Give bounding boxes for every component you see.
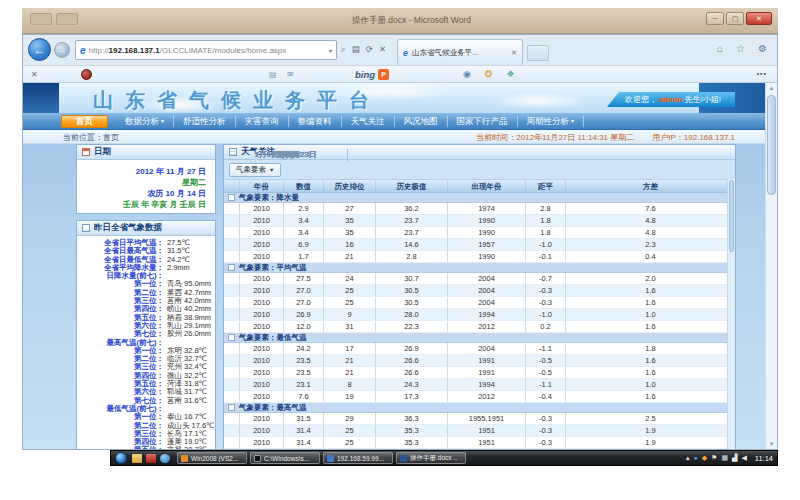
table-cell: 27	[324, 203, 376, 214]
maximize-icon[interactable]: ▢	[726, 12, 744, 25]
table-scrollbar-thumb[interactable]	[729, 180, 734, 252]
group-header-row-3[interactable]: 气象要素：最高气温	[224, 403, 735, 413]
main-nav: 首页数据分析▾舒适性分析灾害查询整编资料天气关注风况地图国家下行产品周期性分析▾	[23, 113, 765, 130]
table-cell: 3.4	[284, 227, 324, 238]
compatibility-view-icon[interactable]: ▤	[352, 44, 360, 55]
taskbar-button-0[interactable]: Win2008 (VS2...	[177, 452, 247, 464]
minimize-icon[interactable]: ─	[706, 12, 724, 25]
taskbar-button-2[interactable]: 192.168.59.99...	[323, 452, 393, 464]
show-hidden-icons-icon[interactable]: ▴	[686, 454, 690, 462]
element-filter-button[interactable]: 气象要素 ▼	[229, 163, 281, 177]
network-icon[interactable]: ▟	[732, 454, 737, 462]
table-cell: 14.6	[376, 239, 448, 250]
flame-icon[interactable]: ◆	[702, 454, 707, 462]
mail-icon[interactable]: ✉	[287, 70, 411, 79]
table-cell: 2010	[240, 285, 284, 296]
table-cell: 21	[324, 355, 376, 366]
plugin-icon-2[interactable]: ✪	[485, 69, 493, 79]
table-cell: 25	[324, 437, 376, 448]
nav-item-8[interactable]: 周期性分析▾	[518, 116, 585, 127]
page-body: 山东省气候业务平台 欢迎您，admin 先生/小姐! 首页数据分析▾舒适性分析灾…	[23, 83, 765, 449]
table-cell: -1.0	[526, 309, 566, 320]
group-header-row-0[interactable]: 气象要素：降水量	[224, 193, 735, 203]
new-tab-button[interactable]	[527, 45, 549, 61]
table-cell: 2004	[448, 273, 526, 284]
chevron-down-icon: ▼	[269, 167, 274, 173]
close-sidebar-icon[interactable]: ✕	[31, 70, 155, 79]
volume-icon[interactable]: ◀	[741, 454, 746, 462]
taskbar-button-3[interactable]: 操作手册.docx ..	[396, 452, 466, 464]
browser-scrollbar-thumb[interactable]	[767, 95, 776, 195]
stat-value: 胶州 26.0mm	[164, 330, 215, 338]
table-cell: 21	[324, 251, 376, 262]
user-ip-text: 用户IP：192.168.137.1	[652, 132, 735, 143]
nav-item-1[interactable]: 数据分析▾	[116, 116, 174, 127]
group-checkbox[interactable]	[228, 334, 235, 341]
update-status-icon[interactable]: ●	[693, 454, 697, 462]
group-checkbox[interactable]	[228, 264, 235, 271]
stat-value: 文登 20.7℃	[164, 446, 215, 449]
group-checkbox[interactable]	[228, 194, 235, 201]
nav-item-4[interactable]: 整编资料	[289, 116, 342, 127]
more-options-icon[interactable]: •••	[757, 70, 767, 77]
display-icon[interactable]: ▦	[721, 454, 728, 462]
group-header-row-1[interactable]: 气象要素：平均气温	[224, 263, 735, 273]
taskbar-button-1[interactable]: C:\Windows\s...	[250, 452, 320, 464]
nav-item-6[interactable]: 风况地图	[395, 116, 448, 127]
tab-close-icon[interactable]: ✕	[511, 49, 517, 57]
table-cell: 1.6	[566, 285, 735, 296]
browser-tab[interactable]: e 山东省气候业务平... ✕	[397, 39, 523, 65]
plugin-icon-3[interactable]: ❖	[506, 69, 514, 79]
addon-logo-icon[interactable]	[81, 69, 92, 80]
table-cell: 2010	[240, 355, 284, 366]
forward-button[interactable]: →	[54, 42, 70, 58]
caret-down-icon: ▾	[161, 116, 164, 127]
refresh-icon[interactable]: ⟳	[366, 44, 373, 55]
bing-logo[interactable]: bing P	[355, 69, 389, 80]
group-checkbox[interactable]	[228, 404, 235, 411]
close-icon[interactable]: ✕	[746, 12, 772, 25]
nav-item-7[interactable]: 国家下行产品	[448, 116, 518, 127]
scroll-up-icon[interactable]: ▲	[766, 85, 777, 91]
table-row: 20107月下旬3.43523.719901.84.8	[224, 227, 735, 239]
back-button[interactable]: ←	[28, 38, 51, 61]
address-dropdown-icon[interactable]: ▾	[329, 47, 332, 54]
action-center-flag-icon[interactable]: ⚑	[711, 454, 717, 462]
table-cell: 26.6	[376, 367, 448, 378]
row-select-cell	[224, 425, 240, 436]
nav-item-3[interactable]: 灾害查询	[236, 116, 289, 127]
start-button[interactable]	[115, 452, 127, 464]
table-cell: 1.0	[566, 379, 735, 390]
page-title: 山东省气候业务平台	[93, 87, 381, 114]
address-bar[interactable]: e http://192.168.137.1/GLCCLIMATE/module…	[75, 40, 337, 60]
media-player-icon[interactable]	[160, 454, 170, 463]
table-cell: 31.4	[284, 437, 324, 448]
session-info: 当前时间：2012年11月27日 11:14:31 星期二 用户IP：192.1…	[476, 132, 735, 143]
table-cell: 26.9	[284, 309, 324, 320]
favorites-star-icon[interactable]: ☆	[736, 43, 745, 54]
taskbar-clock[interactable]: 11:14	[755, 454, 773, 463]
table-cell: -0.3	[526, 437, 566, 448]
table-cell: 2010	[240, 227, 284, 238]
table-cell: 3.4	[284, 215, 324, 226]
home-icon[interactable]: ⌂	[717, 43, 723, 54]
gear-icon[interactable]: ⚙	[758, 43, 767, 54]
group-header-row-2[interactable]: 气象要素：最低气温	[224, 333, 735, 343]
table-cell: 12.0	[284, 321, 324, 332]
scroll-down-icon[interactable]: ▼	[766, 441, 777, 447]
nav-item-2[interactable]: 舒适性分析	[174, 116, 236, 127]
explorer-folder-icon[interactable]	[132, 454, 142, 463]
table-row: 20107月23日2.92736.219742.87.6	[224, 203, 735, 215]
table-cell: 0.2	[526, 321, 566, 332]
nav-item-5[interactable]: 天气关注	[342, 116, 395, 127]
table-row: 20101月1日～7月23日1.7212.81990-0.10.4	[224, 251, 735, 263]
plugin-icon-1[interactable]: ◉	[463, 69, 471, 79]
table-cell: 1.6	[566, 355, 735, 366]
search-icon[interactable]: ⌕	[341, 44, 346, 55]
stop-icon[interactable]: ✕	[379, 44, 386, 55]
table-cell: 1.6	[566, 367, 735, 378]
table-cell: 7.6	[566, 203, 735, 214]
nav-item-0[interactable]: 首页	[61, 115, 108, 128]
red-app-icon[interactable]	[146, 454, 156, 463]
table-cell: 1.7	[284, 251, 324, 262]
